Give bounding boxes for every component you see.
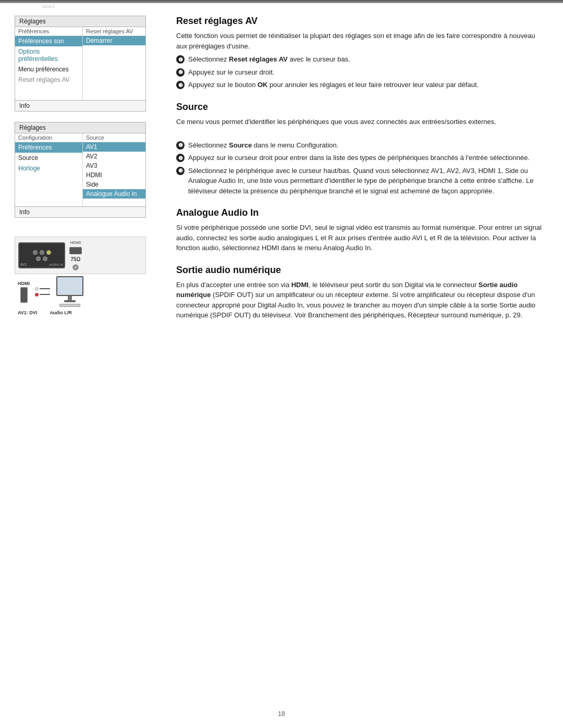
pc-monitor xyxy=(56,276,83,307)
panel2-left-header: Configuration xyxy=(15,133,82,142)
section-reset-reglages-av: Reset réglages AV Cette fonction vous pe… xyxy=(176,16,542,90)
section-analogue-audio-in: Analogue Audio In Si votre périphérique … xyxy=(176,207,542,253)
connection-diagram: AV1 AUDIO IN HDMI 75Ω VIDEO xyxy=(15,237,146,317)
s2-step3-num: ❸ xyxy=(176,167,185,175)
tv-back-panel: AV1 AUDIO IN xyxy=(18,242,65,268)
port-circle-3 xyxy=(46,250,51,255)
hdmi-connector xyxy=(69,247,82,254)
panel1-item-preferences-son[interactable]: Préférences son xyxy=(15,36,82,46)
panel1-right-header: Reset réglages AV xyxy=(83,27,145,36)
diagram-labels-row: AV1: DVI Audio L/R xyxy=(15,310,146,317)
diagram-mid: HDMI xyxy=(15,276,146,310)
tv-label-av1: AV1 xyxy=(20,263,27,266)
port-circle-5 xyxy=(43,256,47,261)
step1-text: Sélectionnez Reset réglages AV avec le c… xyxy=(188,54,542,65)
section1-step3: ❸ Appuyez sur le bouton OK pour annuler … xyxy=(176,80,542,90)
panel1-item-reset[interactable]: Reset réglages AV xyxy=(15,75,82,85)
section4-title: Sortie audio numérique xyxy=(176,265,542,276)
section2-step1: ❶ Sélectionnez Source dans le menu Confi… xyxy=(176,140,542,151)
pc-stand-base xyxy=(64,300,76,302)
hdmi-cable-label: HDMI xyxy=(18,281,30,286)
step3-text: Appuyez sur le bouton OK pour annuler le… xyxy=(188,80,542,90)
section2-intro: Ce menu vous permet d'identifier les pér… xyxy=(176,117,542,127)
coax-dot xyxy=(75,266,77,268)
page-number: 18 xyxy=(278,710,285,718)
step2-text: Appuyez sur le curseur droit. xyxy=(188,67,542,78)
video-label: VIDEO xyxy=(42,4,55,9)
pc-stand-body xyxy=(68,296,72,300)
panel2-right-header: Source xyxy=(83,133,145,142)
menu-panel-reset: Réglages Préférences Préférences son Opt… xyxy=(15,16,146,112)
panel1-right-demarrer[interactable]: Démarrer xyxy=(83,36,145,45)
rca-white xyxy=(35,287,39,291)
step1-num: ❶ xyxy=(176,55,185,64)
rca-red xyxy=(35,293,39,297)
keyboard xyxy=(59,304,80,307)
panel2-item-source[interactable]: Source xyxy=(15,153,82,163)
ohm-label: 75Ω xyxy=(70,256,80,262)
hdmi-side-label: HDMI xyxy=(70,240,81,245)
panel1-footer: Info xyxy=(15,100,145,111)
section1-intro: Cette fonction vous permet de réinitiali… xyxy=(176,31,542,51)
section1-title: Reset réglages AV xyxy=(176,16,542,27)
pc-screen xyxy=(56,276,83,296)
menu-panel-source: Réglages Configuration Préférences Sourc… xyxy=(15,122,146,218)
panel2-item-horloge[interactable]: Horloge xyxy=(15,163,82,174)
panel1-item-options[interactable]: Options préférentielles xyxy=(15,46,82,64)
cable-line-white xyxy=(40,288,50,289)
panel2-right-hdmi[interactable]: HDMI xyxy=(83,170,145,180)
panel2-right-side[interactable]: Side xyxy=(83,180,145,189)
panel2-right-analogue[interactable]: Analogue Audio In xyxy=(83,189,145,199)
tv-label-audio-in: AUDIO IN xyxy=(49,263,63,266)
section2-body: Ce menu vous permet d'identifier les pér… xyxy=(176,117,542,196)
section3-title: Analogue Audio In xyxy=(176,207,542,218)
left-column: Réglages Préférences Préférences son Opt… xyxy=(0,10,162,707)
section2-title: Source xyxy=(176,102,542,113)
panel2-title: Réglages xyxy=(15,122,145,133)
panel1-left-header: Préférences xyxy=(15,27,82,36)
top-border xyxy=(0,0,563,3)
panel2-right-av3[interactable]: AV3 xyxy=(83,161,145,170)
step2-num: ❷ xyxy=(176,68,185,77)
panel1-item-menu-pref[interactable]: Menu préférences xyxy=(15,64,82,75)
section2-step3: ❸ Sélectionnez le périphérique avec le c… xyxy=(176,166,542,196)
cable-line-red xyxy=(40,294,50,295)
port-circle-1 xyxy=(33,250,38,255)
audio-lr-label: Audio L/R xyxy=(50,310,72,315)
coax-port xyxy=(72,264,79,270)
section3-text: Si votre périphérique possède une sortie… xyxy=(176,223,542,253)
section4-body: En plus d'accepter une entrée son via HD… xyxy=(176,280,542,320)
section1-step2: ❷ Appuyez sur le curseur droit. xyxy=(176,67,542,78)
diagram-top-panel: AV1 AUDIO IN HDMI 75Ω VIDEO xyxy=(15,237,146,274)
panel1-right: Reset réglages AV Démarrer xyxy=(83,27,145,100)
step3-num: ❸ xyxy=(176,81,185,89)
panel2-right: Source AV1 AV2 AV3 HDMI Side Analogue Au… xyxy=(83,133,145,206)
section4-text: En plus d'accepter une entrée son via HD… xyxy=(176,280,542,320)
audio-cable-white xyxy=(35,287,50,291)
audio-cables xyxy=(35,287,50,297)
s2-step3-text: Sélectionnez le périphérique avec le cur… xyxy=(188,166,542,196)
panel2-item-preferences[interactable]: Préférences xyxy=(15,142,82,153)
section2-step2: ❷ Appuyez sur le curseur droit pour entr… xyxy=(176,153,542,163)
section-sortie-audio: Sortie audio numérique En plus d'accepte… xyxy=(176,265,542,320)
s2-step2-num: ❷ xyxy=(176,154,185,162)
side-connectors: HDMI 75Ω xyxy=(69,240,82,270)
port-circle-4 xyxy=(36,256,41,261)
s2-step2-text: Appuyez sur le curseur droit pour entrer… xyxy=(188,153,542,163)
section1-body: Cette fonction vous permet de réinitiali… xyxy=(176,31,542,90)
right-column: Reset réglages AV Cette fonction vous pe… xyxy=(162,10,563,707)
s2-step1-num: ❶ xyxy=(176,141,185,150)
panel2-footer: Info xyxy=(15,206,145,217)
section1-step1: ❶ Sélectionnez Reset réglages AV avec le… xyxy=(176,54,542,65)
panel2-right-av1[interactable]: AV1 xyxy=(83,142,145,152)
audio-cable-red xyxy=(35,293,50,297)
panel2-right-av2[interactable]: AV2 xyxy=(83,152,145,161)
section3-body: Si votre périphérique possède une sortie… xyxy=(176,223,542,253)
panel1-title: Réglages xyxy=(15,16,145,27)
port-circle-2 xyxy=(40,250,44,255)
panel2-left: Configuration Préférences Source Horloge xyxy=(15,133,83,206)
hdmi-cable-vert xyxy=(20,287,28,303)
section-source: Source Ce menu vous permet d'identifier … xyxy=(176,102,542,196)
s2-step1-text: Sélectionnez Source dans le menu Configu… xyxy=(188,140,542,151)
avi-label: AV1: DVI xyxy=(18,310,37,315)
